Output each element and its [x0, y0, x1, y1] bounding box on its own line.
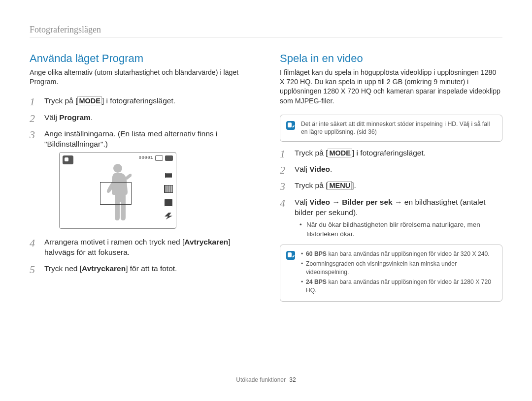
right-steps: Tryck på [MODE] i fotograferingsläget. V…: [280, 148, 502, 239]
page-number: 32: [289, 376, 296, 383]
svg-point-0: [113, 164, 122, 173]
mode-key: MODE: [328, 149, 352, 157]
horizontal-rule: [30, 37, 502, 37]
two-column-layout: Använda läget Program Ange olika alterna…: [30, 52, 502, 308]
left-steps: Tryck på [MODE] i fotograferingsläget. V…: [30, 95, 252, 274]
left-step-3: Ange inställningarna. (En lista med alte…: [30, 128, 252, 229]
left-heading: Använda läget Program: [30, 52, 252, 65]
section-title: Fotograferingslägen: [30, 25, 502, 35]
image-quality-icon: [164, 185, 173, 193]
shot-counter: 00001: [138, 155, 153, 161]
image-size-icon: [165, 173, 172, 179]
note-box-1: Det är inte säkert att ditt minneskort s…: [280, 115, 502, 142]
right-heading: Spela in en video: [280, 52, 502, 65]
note-icon: [286, 121, 295, 130]
battery-icon: [165, 155, 173, 161]
right-step-3: Tryck på [MENU].: [280, 180, 502, 191]
flash-mode-icon: [165, 213, 172, 219]
right-step-4: Välj Video → Bilder per sek → en bildhas…: [280, 197, 502, 239]
right-lead: I ﬁlmläget kan du spela in högupplösta v…: [280, 68, 502, 106]
note-2-list: 60 BPS kan bara användas när upplösninge…: [301, 250, 496, 296]
mode-key: MODE: [77, 96, 102, 105]
right-step-4-sub: När du ökar bildhastigheten blir rörelse…: [295, 220, 502, 238]
note-2-item-3: 24 BPS kan bara användas när upplösninge…: [301, 278, 496, 294]
focus-frame-icon: [100, 182, 132, 205]
camera-lcd-illustration: 00001: [59, 152, 176, 229]
note-box-2: 60 BPS kan bara användas när upplösninge…: [280, 245, 502, 302]
focus-mode-icon: [164, 199, 173, 207]
note-2-item-2: Zoomningsgraden och visningsvinkeln kan …: [301, 260, 496, 276]
left-lead: Ange olika alternativ (utom slutarhastig…: [30, 68, 252, 87]
mode-indicator-icon: [63, 155, 73, 164]
menu-key: MENU: [328, 181, 352, 190]
manual-page: Fotograferingslägen Använda läget Progra…: [0, 0, 532, 401]
lcd-right-icons: [164, 173, 173, 219]
footer-section-label: Utökade funktioner: [236, 376, 286, 383]
left-step-5: Tryck ned [Avtryckaren] för att ta fotot…: [30, 263, 252, 274]
page-footer: Utökade funktioner 32: [0, 376, 532, 383]
memory-card-icon: [155, 155, 163, 161]
right-step-1: Tryck på [MODE] i fotograferingsläget.: [280, 148, 502, 158]
left-step-2: Välj Program.: [30, 112, 252, 123]
note-text: Det är inte säkert att ditt minneskort s…: [301, 120, 496, 136]
left-column: Använda läget Program Ange olika alterna…: [30, 52, 252, 308]
right-column: Spela in en video I ﬁlmläget kan du spel…: [280, 52, 502, 308]
note-icon: [286, 251, 295, 260]
left-step-1: Tryck på [MODE] i fotograferingsläget.: [30, 95, 252, 106]
right-step-2: Välj Video.: [280, 164, 502, 174]
left-step-4: Arrangera motivet i ramen och tryck ned …: [30, 237, 252, 257]
right-step-4-sub-item: När du ökar bildhastigheten blir rörelse…: [301, 220, 502, 238]
note-2-item-1: 60 BPS kan bara användas när upplösninge…: [301, 250, 496, 258]
lcd-top-right-indicators: 00001: [138, 155, 173, 161]
